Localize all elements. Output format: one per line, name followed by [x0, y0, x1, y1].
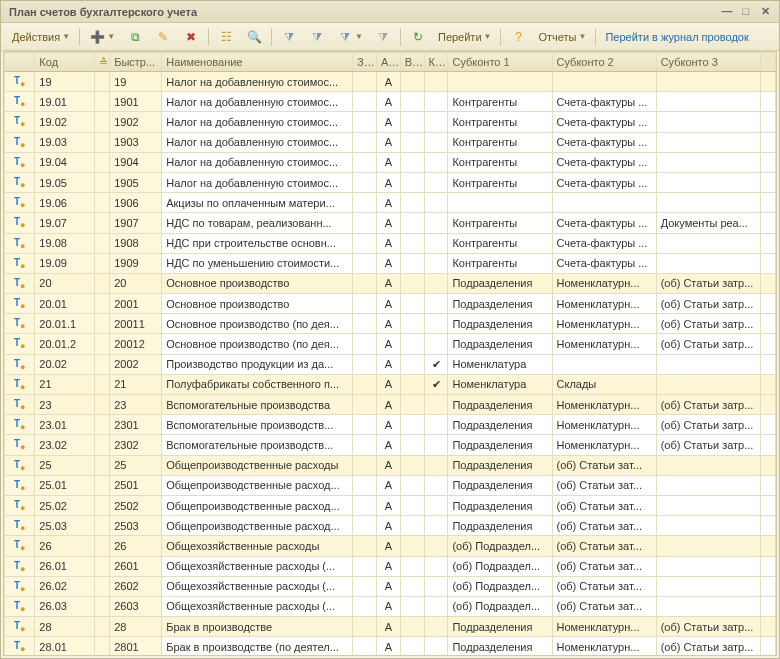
col-icon[interactable]	[5, 53, 35, 72]
actions-menu[interactable]: Действия ▼	[7, 28, 75, 46]
grid[interactable]: Код ≙ Быстр... Наименование З... А... В.…	[3, 51, 777, 656]
row-icon: T●	[5, 637, 35, 656]
table-row[interactable]: T●2828Брак в производствеАПодразделенияН…	[5, 617, 776, 637]
col-fast[interactable]: Быстр...	[110, 53, 162, 72]
cell-sub1: Подразделения	[448, 435, 552, 455]
cell-sub1: Подразделения	[448, 495, 552, 515]
cell-a: А	[376, 72, 400, 92]
col-sort[interactable]: ≙	[95, 53, 110, 72]
hierarchy-button[interactable]: ☷	[213, 26, 239, 48]
cell-sub2: Номенклатурн...	[552, 294, 656, 314]
cell-k	[424, 213, 448, 233]
cell-z	[353, 374, 377, 394]
table-row[interactable]: T●25.032503Общепроизводственные расход..…	[5, 516, 776, 536]
table-row[interactable]: T●23.022302Вспомогательные производств..…	[5, 435, 776, 455]
cell-v	[400, 495, 424, 515]
filter-button-2[interactable]: ⧩	[304, 26, 330, 48]
table-row[interactable]: T●26.022602Общехозяйственные расходы (..…	[5, 576, 776, 596]
cell-fast: 26	[110, 536, 162, 556]
cell-z	[353, 475, 377, 495]
cell-pad	[760, 253, 775, 273]
cell-v	[400, 92, 424, 112]
cell-fast: 2501	[110, 475, 162, 495]
table-row[interactable]: T●19.021902Налог на добавленную стоимос.…	[5, 112, 776, 132]
table-row[interactable]: T●19.051905Налог на добавленную стоимос.…	[5, 172, 776, 192]
table-row[interactable]: T●19.041904Налог на добавленную стоимос.…	[5, 152, 776, 172]
col-k[interactable]: К...	[424, 53, 448, 72]
edit-button[interactable]: ✎	[150, 26, 176, 48]
maximize-button[interactable]: □	[738, 5, 754, 17]
table-row[interactable]: T●2121Полуфабрикаты собственного п...А✔Н…	[5, 374, 776, 394]
table-row[interactable]: T●20.01.220012Основное производство (по …	[5, 334, 776, 354]
filter-button-3[interactable]: ⧩▼	[332, 26, 368, 48]
table-row[interactable]: T●2525Общепроизводственные расходыАПодра…	[5, 455, 776, 475]
table-body: T●1919Налог на добавленную стоимос...АT●…	[5, 72, 776, 657]
journal-link[interactable]: Перейти в журнал проводок	[600, 28, 753, 46]
cell-a: А	[376, 435, 400, 455]
table-row[interactable]: T●19.061906Акцизы по оплаченным матери..…	[5, 193, 776, 213]
cell-sub1: Контрагенты	[448, 152, 552, 172]
cell-spacer	[95, 132, 110, 152]
cell-name: Основное производство (по дея...	[162, 314, 353, 334]
col-code[interactable]: Код	[35, 53, 95, 72]
cell-sub1: Подразделения	[448, 334, 552, 354]
table-row[interactable]: T●19.071907НДС по товарам, реализованн..…	[5, 213, 776, 233]
filter-button-1[interactable]: ⧩	[276, 26, 302, 48]
col-sub1[interactable]: Субконто 1	[448, 53, 552, 72]
cell-k	[424, 334, 448, 354]
cell-pad	[760, 475, 775, 495]
table-row[interactable]: T●19.011901Налог на добавленную стоимос.…	[5, 92, 776, 112]
cell-k	[424, 92, 448, 112]
col-v[interactable]: В...	[400, 53, 424, 72]
close-button[interactable]: ✕	[757, 5, 773, 18]
cell-pad	[760, 294, 775, 314]
table-row[interactable]: T●19.091909НДС по уменьшению стоимости..…	[5, 253, 776, 273]
col-sub2[interactable]: Субконто 2	[552, 53, 656, 72]
cell-k	[424, 314, 448, 334]
table-row[interactable]: T●26.012601Общехозяйственные расходы (..…	[5, 556, 776, 576]
cell-sub3	[656, 253, 760, 273]
cell-a: А	[376, 314, 400, 334]
table-row[interactable]: T●20.01.120011Основное производство (по …	[5, 314, 776, 334]
goto-menu[interactable]: Перейти ▼	[433, 28, 497, 46]
find-button[interactable]: 🔍	[241, 26, 267, 48]
reports-menu[interactable]: Отчеты ▼	[533, 28, 591, 46]
table-row[interactable]: T●2626Общехозяйственные расходыА(об) Под…	[5, 536, 776, 556]
table-row[interactable]: T●19.031903Налог на добавленную стоимос.…	[5, 132, 776, 152]
table-row[interactable]: T●25.022502Общепроизводственные расход..…	[5, 495, 776, 515]
table-row[interactable]: T●23.012301Вспомогательные производств..…	[5, 415, 776, 435]
table-row[interactable]: T●20.022002Производство продукции из да.…	[5, 354, 776, 374]
cell-pad	[760, 556, 775, 576]
table-row[interactable]: T●20.012001Основное производствоАПодразд…	[5, 294, 776, 314]
table-row[interactable]: T●2323Вспомогательные производстваАПодра…	[5, 395, 776, 415]
delete-button[interactable]: ✖	[178, 26, 204, 48]
table-row[interactable]: T●26.032603Общехозяйственные расходы (..…	[5, 596, 776, 616]
cell-code: 25.02	[35, 495, 95, 515]
minimize-button[interactable]: —	[719, 5, 735, 17]
cell-k	[424, 273, 448, 293]
refresh-button[interactable]: ↻	[405, 26, 431, 48]
cell-a: А	[376, 637, 400, 656]
cell-name: Общепроизводственные расходы	[162, 455, 353, 475]
cell-sub3: (об) Статьи затр...	[656, 617, 760, 637]
cell-name: Налог на добавленную стоимос...	[162, 152, 353, 172]
cell-fast: 2603	[110, 596, 162, 616]
col-name[interactable]: Наименование	[162, 53, 353, 72]
help-button[interactable]: ?	[505, 26, 531, 48]
cell-z	[353, 112, 377, 132]
table-row[interactable]: T●2020Основное производствоАПодразделени…	[5, 273, 776, 293]
cell-spacer	[95, 637, 110, 656]
cell-z	[353, 516, 377, 536]
table-row[interactable]: T●1919Налог на добавленную стоимос...А	[5, 72, 776, 92]
table-row[interactable]: T●28.012801Брак в производстве (по деяте…	[5, 637, 776, 656]
col-sub3[interactable]: Субконто 3	[656, 53, 760, 72]
add-button[interactable]: ➕▼	[84, 26, 120, 48]
cell-k	[424, 395, 448, 415]
table-row[interactable]: T●19.081908НДС при строительстве основн.…	[5, 233, 776, 253]
col-z[interactable]: З...	[353, 53, 377, 72]
filter-off-button[interactable]: ⧩	[370, 26, 396, 48]
col-a[interactable]: А...	[376, 53, 400, 72]
add-copy-button[interactable]: ⧉	[122, 26, 148, 48]
table-row[interactable]: T●25.012501Общепроизводственные расход..…	[5, 475, 776, 495]
cell-sub3: (об) Статьи затр...	[656, 637, 760, 656]
